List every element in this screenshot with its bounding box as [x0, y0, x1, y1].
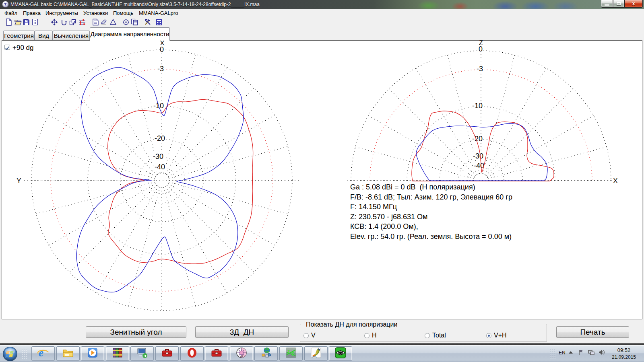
svg-text:-3: -3: [157, 65, 164, 73]
svg-text:-20: -20: [155, 134, 165, 142]
svg-text:-30: -30: [473, 152, 483, 160]
svg-text:-40: -40: [155, 163, 165, 171]
svg-text:0: 0: [479, 45, 483, 53]
svg-text:-3: -3: [477, 65, 483, 73]
svg-text:-10: -10: [472, 102, 483, 110]
svg-text:e: e: [39, 347, 43, 359]
svg-text:X: X: [613, 177, 617, 185]
svg-text:P: P: [292, 352, 295, 356]
svg-text:0: 0: [160, 45, 164, 53]
svg-text:-20: -20: [472, 135, 483, 143]
svg-text:Y: Y: [17, 177, 21, 185]
svg-text:-40: -40: [474, 162, 484, 170]
svg-text:T: T: [287, 349, 290, 354]
svg-text:v.3: v.3: [240, 355, 243, 357]
svg-text:-30: -30: [153, 152, 163, 160]
